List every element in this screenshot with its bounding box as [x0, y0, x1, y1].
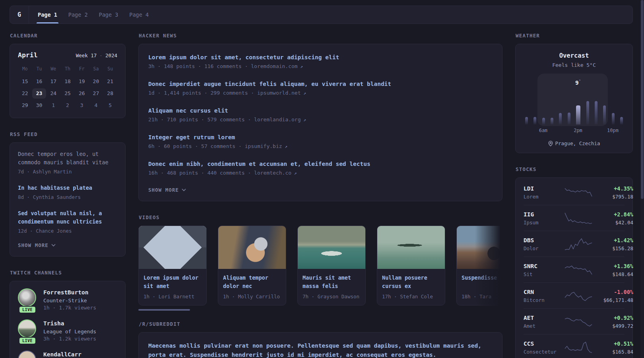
- rss-show-more-button[interactable]: SHOW MORE: [18, 241, 56, 249]
- video-meta: 1h · Molly Carrillo: [223, 294, 281, 300]
- stock-name: Lorem: [524, 194, 560, 200]
- stock-row[interactable]: SNRCSit+1.36%$148.64: [524, 257, 625, 282]
- stock-row[interactable]: CRNBitcorn-1.00%$66,171.48: [524, 282, 625, 308]
- subreddit-card: Maecenas mollis pulvinar erat non posuer…: [138, 332, 502, 358]
- stock-price: $42.04: [597, 220, 633, 226]
- hackernews-show-more-button[interactable]: SHOW MORE: [148, 186, 186, 194]
- rss-item-title[interactable]: Sed volutpat nulla nisl, a condimentum n…: [18, 209, 117, 226]
- post-meta-text: 6h · 60 points · 57 comments ·: [148, 143, 245, 149]
- videos-strip: Lorem ipsum dolor sit amet consectetu…1h…: [138, 226, 502, 305]
- stock-change: +0.51%: [597, 340, 633, 348]
- video-thumbnail[interactable]: [139, 226, 206, 269]
- hackernews-post-title[interactable]: Donec enim nibh, condimentum et accumsan…: [148, 160, 493, 168]
- page-scrollbar-track[interactable]: [640, 0, 644, 358]
- video-card[interactable]: Mauris sit amet massa felis7h · Grayson …: [297, 226, 366, 305]
- hackernews-post-meta: 16h · 468 points · 440 comments · loremt…: [148, 170, 493, 176]
- stock-row[interactable]: CCSConsectetur+0.51%$165.84: [524, 334, 625, 358]
- twitch-avatar-wrap: [18, 350, 37, 358]
- post-domain: loremlandia.org: [254, 117, 301, 123]
- stock-values: +2.84%$42.04: [597, 210, 633, 226]
- stock-change: +1.42%: [597, 236, 633, 244]
- video-thumbnail[interactable]: [218, 226, 286, 269]
- video-card[interactable]: Suspendisse diam18h · Tara: [456, 226, 502, 305]
- tab-page-3[interactable]: Page 3: [94, 6, 124, 23]
- post-domain-link[interactable]: ipsumify.biz ↗: [245, 143, 287, 149]
- stock-row[interactable]: AETAmet+0.92%$499.72: [524, 308, 625, 334]
- hackernews-post-title[interactable]: Donec imperdiet augue tincidunt felis al…: [148, 80, 493, 88]
- video-card[interactable]: Aliquam tempor dolor nec pharetra…1h · M…: [218, 226, 286, 305]
- stocks-widget: STOCKS LDILorem+4.35%$795.18IIGIpsum+2.8…: [515, 166, 633, 358]
- video-meta: 17h · Stefan Cole: [382, 294, 440, 300]
- app-logo: G: [10, 6, 29, 23]
- video-title[interactable]: Aliquam tempor dolor nec pharetra…: [223, 274, 281, 290]
- calendar-day: 22: [18, 88, 32, 99]
- video-title[interactable]: Nullam posuere cursus ex: [382, 274, 440, 290]
- video-thumbnail[interactable]: [377, 226, 445, 269]
- calendar-day: 27: [89, 88, 103, 99]
- videos-scrollbar-thumb[interactable]: [138, 309, 190, 311]
- post-domain-link[interactable]: loremlandia.org ↗: [254, 117, 306, 123]
- post-domain-link[interactable]: loremtech.co ↗: [254, 170, 297, 176]
- video-thumbnail[interactable]: [298, 226, 365, 269]
- calendar-weekday: Mo: [18, 64, 32, 75]
- hackernews-post-title[interactable]: Integer eget rutrum lorem: [148, 133, 493, 142]
- twitch-channel-name[interactable]: KendallCarr: [43, 350, 81, 358]
- stock-price: $148.64: [597, 271, 633, 277]
- video-card-body: Nullam posuere cursus ex17h · Stefan Col…: [377, 269, 445, 305]
- stock-row[interactable]: IIGIpsum+2.84%$42.04: [524, 205, 625, 231]
- subreddit-widget: /R/SUBREDDIT Maecenas mollis pulvinar er…: [138, 321, 502, 358]
- stock-row[interactable]: LDILorem+4.35%$795.18: [524, 179, 625, 205]
- weather-bar: [612, 113, 615, 125]
- subreddit-post-title[interactable]: Maecenas mollis pulvinar erat non posuer…: [148, 341, 493, 358]
- video-title[interactable]: Suspendisse diam: [462, 274, 502, 290]
- post-domain-link[interactable]: ipsumworld.net ↗: [257, 90, 306, 96]
- twitch-avatar-wrap: LIVE: [18, 288, 37, 311]
- video-title[interactable]: Lorem ipsum dolor sit amet consectetu…: [144, 274, 202, 290]
- video-card[interactable]: Lorem ipsum dolor sit amet consectetu…1h…: [138, 226, 207, 305]
- videos-section-title: VIDEOS: [139, 214, 502, 220]
- calendar-day: 4: [89, 100, 103, 111]
- calendar-weekday: Fr: [75, 64, 89, 75]
- stock-name: Consectetur: [524, 349, 560, 355]
- rss-item-meta: 8d · Cynthia Saunders: [18, 193, 117, 201]
- calendar-day: 25: [60, 88, 75, 99]
- stock-row[interactable]: DBSDolor+1.42%$156.28: [524, 231, 625, 257]
- twitch-channel-name[interactable]: ForrestBurton: [43, 288, 96, 296]
- video-title[interactable]: Mauris sit amet massa felis: [303, 274, 361, 290]
- stock-identity: DBSDolor: [524, 236, 560, 251]
- videos-widget: VIDEOS Lorem ipsum dolor sit amet consec…: [138, 214, 502, 311]
- page-scrollbar-thumb[interactable]: [641, 0, 644, 199]
- rss-item-title[interactable]: Donec tempor eros leo, ut commodo mauris…: [18, 150, 117, 167]
- sparkline-chart: [564, 340, 593, 355]
- stock-sparkline: [564, 185, 593, 200]
- calendar-day: 1: [46, 100, 60, 111]
- hackernews-post: Integer eget rutrum lorem6h · 60 points …: [148, 133, 493, 149]
- stock-symbol: LDI: [524, 185, 560, 193]
- stock-identity: CRNBitcorn: [524, 288, 560, 303]
- hackernews-post-title[interactable]: Lorem ipsum dolor sit amet, consectetur …: [148, 53, 493, 62]
- tab-page-2[interactable]: Page 2: [63, 6, 93, 23]
- rss-item: In hac habitasse platea8d · Cynthia Saun…: [18, 184, 117, 201]
- stock-price: $156.28: [597, 245, 633, 251]
- hackernews-show-more-label: SHOW MORE: [148, 187, 179, 193]
- tab-page-4[interactable]: Page 4: [124, 6, 154, 23]
- hackernews-post-title[interactable]: Aliquam nec cursus elit: [148, 106, 493, 115]
- video-thumbnail[interactable]: [457, 226, 502, 269]
- video-card-body: Mauris sit amet massa felis7h · Grayson …: [298, 269, 365, 305]
- calendar-day: 30: [32, 100, 47, 111]
- calendar-day: 19: [75, 76, 89, 87]
- video-card[interactable]: Nullam posuere cursus ex17h · Stefan Col…: [377, 226, 445, 305]
- post-domain: ipsumify.biz: [245, 143, 282, 149]
- post-domain-link[interactable]: loremdomain.com ↗: [251, 63, 303, 69]
- top-bar: G Page 1Page 2Page 3Page 4: [10, 6, 633, 24]
- post-domain: loremdomain.com: [251, 63, 297, 69]
- rss-item-title[interactable]: In hac habitasse platea: [18, 184, 117, 192]
- hackernews-widget: HACKER NEWS Lorem ipsum dolor sit amet, …: [138, 33, 502, 201]
- weather-current-temp: 9°: [575, 79, 581, 86]
- stock-symbol: CCS: [524, 340, 560, 348]
- calendar-day: 26: [75, 88, 89, 99]
- tab-page-1[interactable]: Page 1: [33, 6, 62, 23]
- twitch-channel-name[interactable]: Trisha: [43, 319, 96, 327]
- weather-hourly-chart: 9°: [524, 74, 624, 125]
- rss-section-title: RSS FEED: [10, 131, 126, 137]
